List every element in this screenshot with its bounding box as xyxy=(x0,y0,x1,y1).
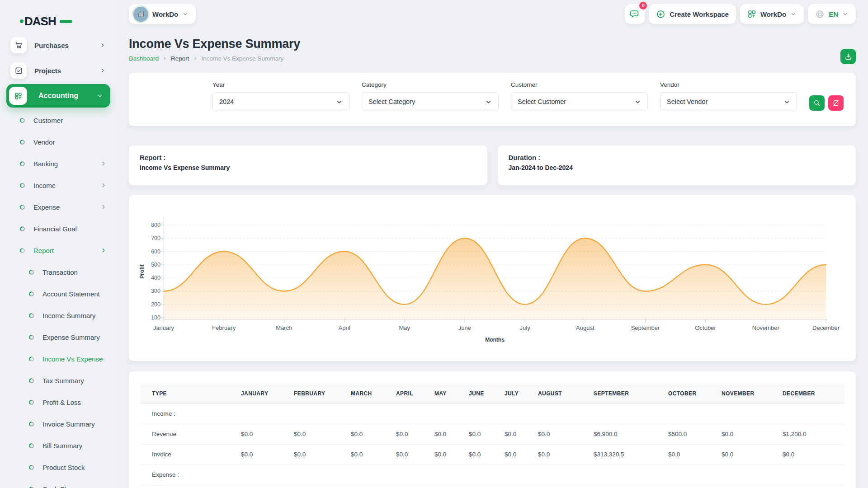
svg-text:700: 700 xyxy=(151,235,160,241)
selected-value: 2024 xyxy=(219,98,234,105)
bullet-icon xyxy=(28,334,34,340)
sidebar-item-customer[interactable]: Customer xyxy=(6,109,110,131)
sidebar-item-banking[interactable]: Banking xyxy=(6,153,110,174)
column-header-february: FEBRUARY xyxy=(294,384,351,404)
sidebar-item-expense[interactable]: Expense xyxy=(6,196,110,218)
svg-text:October: October xyxy=(695,324,717,331)
column-header-march: MARCH xyxy=(351,384,396,404)
table-cell: $6,900.0 xyxy=(594,424,668,444)
bullet-icon xyxy=(19,248,25,253)
sidebar-item-purchases[interactable]: Purchases xyxy=(6,33,110,58)
sidebar-item-invoice-summary[interactable]: Invoice Summary xyxy=(6,413,110,435)
filter-field-customer: Customer Select Customer xyxy=(511,81,648,111)
sidebar-item-account-statement[interactable]: Account Statement xyxy=(6,283,110,305)
workspace-avatar xyxy=(133,7,148,22)
sidebar-item-tax-summary[interactable]: Tax Summary xyxy=(6,370,110,391)
svg-text:300: 300 xyxy=(151,288,160,294)
chevron-down-icon xyxy=(97,93,103,99)
workspace-switcher[interactable]: WorkDo xyxy=(129,4,196,24)
sidebar: DASH PurchasesProjectsAccounting Custome… xyxy=(0,0,117,488)
sidebar-item-product-stock[interactable]: Product Stock xyxy=(6,456,110,478)
selected-value: Select Customer xyxy=(518,98,566,105)
apply-filter-button[interactable] xyxy=(809,95,825,111)
svg-text:March: March xyxy=(276,324,292,331)
bullet-icon xyxy=(28,443,34,449)
messages-button[interactable]: 0 xyxy=(625,4,645,24)
income-expense-table-card: TYPEJANUARYFEBRUARYMARCHAPRILMAYJUNEJULY… xyxy=(129,371,856,488)
year-select[interactable]: 2024 xyxy=(212,92,349,111)
svg-text:May: May xyxy=(399,324,410,331)
create-workspace-button[interactable]: Create Workspace xyxy=(649,4,736,24)
table-cell: $0.0 xyxy=(351,424,396,444)
table-cell: $0.0 xyxy=(469,444,505,465)
company-menu[interactable]: WorkDo xyxy=(740,4,804,24)
topbar-actions: 0 Create Workspace WorkDo xyxy=(625,4,856,24)
category-select[interactable]: Select Category xyxy=(362,92,499,111)
table-cell: $313,320.5 xyxy=(594,444,668,465)
section-row-income: Income : xyxy=(140,404,844,424)
vendor-select[interactable]: Select Vendor xyxy=(660,92,797,111)
section-title: Income : xyxy=(140,404,844,424)
chevron-right-icon xyxy=(193,55,198,62)
chevron-down-icon xyxy=(634,99,641,105)
svg-text:DASH: DASH xyxy=(24,14,56,28)
table-cell: $0.0 xyxy=(668,444,722,465)
sidebar-item-income[interactable]: Income xyxy=(6,174,110,196)
bullet-icon xyxy=(28,356,34,362)
report-label: Report : xyxy=(140,154,476,161)
grid-plus-icon xyxy=(747,9,756,19)
building-icon xyxy=(137,10,145,18)
chevron-right-icon xyxy=(100,160,107,167)
sidebar-item-cash-flow[interactable]: Cash Flow xyxy=(6,478,110,488)
svg-text:September: September xyxy=(631,324,660,331)
chevron-down-icon xyxy=(485,99,492,105)
table-cell: $0.0 xyxy=(241,424,294,444)
download-button[interactable] xyxy=(840,49,856,64)
filter-label: Customer xyxy=(511,81,648,88)
sidebar-item-projects[interactable]: Projects xyxy=(6,58,110,83)
svg-text:June: June xyxy=(458,324,471,331)
report-card: Report : Income Vs Expense Summary xyxy=(129,145,487,185)
sidebar-item-transaction[interactable]: Transaction xyxy=(6,261,110,283)
duration-value: Jan-2024 to Dec-2024 xyxy=(509,164,845,171)
svg-text:100: 100 xyxy=(151,314,160,321)
download-icon xyxy=(844,52,853,61)
column-header-type: TYPE xyxy=(140,384,241,404)
table-row-revenue: Revenue$0.0$0.0$0.0$0.0$0.0$0.0$0.0$0.0$… xyxy=(140,424,844,444)
row-type: Invoice xyxy=(140,444,241,465)
column-header-december: DECEMBER xyxy=(783,384,844,404)
table-cell: $0.0 xyxy=(294,444,351,465)
svg-text:500: 500 xyxy=(151,262,160,268)
sidebar-item-report[interactable]: Report xyxy=(6,239,110,261)
column-header-june: JUNE xyxy=(469,384,505,404)
chevron-right-icon xyxy=(163,55,167,62)
filter-actions xyxy=(809,95,844,111)
chevron-right-icon xyxy=(99,42,106,48)
table-cell: $0.0 xyxy=(783,444,844,465)
chevron-right-icon xyxy=(100,204,107,210)
sidebar-item-expense-summary[interactable]: Expense Summary xyxy=(6,326,110,348)
sidebar-item-profit-loss[interactable]: Profit & Loss xyxy=(6,391,110,413)
sidebar-item-income-vs-expense[interactable]: Income Vs Expense xyxy=(6,348,110,370)
bullet-icon xyxy=(19,139,25,145)
app-logo[interactable]: DASH xyxy=(0,0,117,29)
breadcrumb-report[interactable]: Report xyxy=(171,55,189,62)
sidebar-item-income-summary[interactable]: Income Summary xyxy=(6,305,110,326)
bullet-icon xyxy=(19,183,25,188)
filter-label: Vendor xyxy=(660,81,797,88)
table-cell: $0.0 xyxy=(434,424,469,444)
reset-filter-button[interactable] xyxy=(828,95,844,111)
column-header-january: JANUARY xyxy=(241,384,294,404)
table-cell: $0.0 xyxy=(505,424,538,444)
language-menu[interactable]: EN xyxy=(808,4,856,24)
column-header-april: APRIL xyxy=(396,384,434,404)
sidebar-item-financial-goal[interactable]: Financial Goal xyxy=(6,218,110,239)
customer-select[interactable]: Select Customer xyxy=(511,92,648,111)
sidebar-item-vendor[interactable]: Vendor xyxy=(6,131,110,153)
column-header-july: JULY xyxy=(505,384,538,404)
sidebar-item-bill-summary[interactable]: Bill Summary xyxy=(6,435,110,456)
sidebar-item-accounting[interactable]: Accounting xyxy=(6,84,110,108)
breadcrumb-dashboard[interactable]: Dashboard xyxy=(129,55,159,62)
chevron-down-icon xyxy=(182,11,189,17)
page-header: Income Vs Expense Summary Dashboard Repo… xyxy=(129,37,856,62)
